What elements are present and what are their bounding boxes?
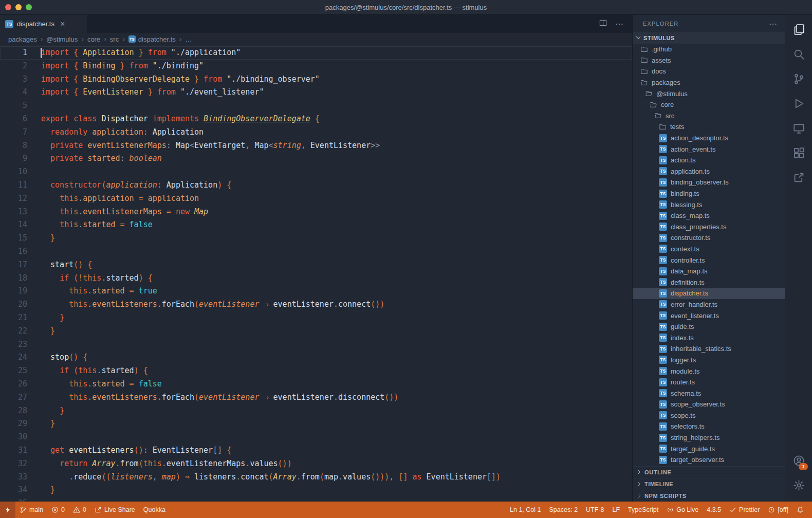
status-notifications[interactable] xyxy=(792,502,808,518)
tree-item-target_guide.ts[interactable]: TStarget_guide.ts xyxy=(633,443,785,454)
code-line[interactable]: 34 } xyxy=(0,484,632,497)
code-line[interactable]: 20 this.eventListeners.forEach(eventList… xyxy=(0,298,632,311)
tree-item-packages[interactable]: packages xyxy=(633,77,785,88)
code-line[interactable]: 15 } xyxy=(0,232,632,245)
tab-dispatcher-ts[interactable]: TS dispatcher.ts × xyxy=(0,15,88,33)
tree-item-controller.ts[interactable]: TScontroller.ts xyxy=(633,254,785,266)
status-quokka[interactable]: Quokka xyxy=(139,502,170,518)
status-live-share[interactable]: Live Share xyxy=(90,502,139,518)
code-line[interactable]: 32 return Array.from(this.eventListenerM… xyxy=(0,457,632,471)
code-line[interactable]: 6export class Dispatcher implements Bind… xyxy=(0,113,632,126)
status-eol[interactable]: LF xyxy=(608,502,624,518)
activity-source-control[interactable] xyxy=(785,67,812,92)
code-line[interactable]: 18 if (!this.started) { xyxy=(0,272,632,285)
code-line[interactable]: 26 this.started = false xyxy=(0,378,632,391)
breadcrumb-item[interactable]: TSdispatcher.ts xyxy=(128,35,176,43)
tree-item-data_map.ts[interactable]: TSdata_map.ts xyxy=(633,266,785,277)
code-line[interactable]: 31 get eventListeners(): EventListener[]… xyxy=(0,444,632,457)
tree-item-target_observer.ts[interactable]: TStarget_observer.ts xyxy=(633,454,785,466)
tree-item-assets[interactable]: assets xyxy=(633,55,785,66)
tree-item-action_descriptor.ts[interactable]: TSaction_descriptor.ts xyxy=(633,133,785,144)
code-line[interactable]: 27 this.eventListeners.forEach(eventList… xyxy=(0,391,632,404)
close-button[interactable] xyxy=(5,4,11,10)
tree-item-guide.ts[interactable]: TSguide.ts xyxy=(633,321,785,332)
tree-item-class_properties.ts[interactable]: TSclass_properties.ts xyxy=(633,221,785,233)
minimize-button[interactable] xyxy=(15,4,22,10)
tree-item-binding_observer.ts[interactable]: TSbinding_observer.ts xyxy=(633,177,785,188)
status-toggle[interactable]: [off] xyxy=(764,502,792,518)
more-actions-icon[interactable]: ⋯ xyxy=(615,19,624,29)
status-encoding[interactable]: UTF-8 xyxy=(582,502,608,518)
code-line[interactable]: 17 start() { xyxy=(0,258,632,272)
tree-item-router.ts[interactable]: TSrouter.ts xyxy=(633,377,785,388)
code-line[interactable]: 28 } xyxy=(0,404,632,418)
code-line[interactable]: 21 } xyxy=(0,311,632,325)
code-line[interactable]: 9 private started: boolean xyxy=(0,152,632,165)
status-cursor-position[interactable]: Ln 1, Col 1 xyxy=(506,502,545,518)
tree-item-index.ts[interactable]: TSindex.ts xyxy=(633,332,785,343)
code-line[interactable]: 11 constructor(application: Application)… xyxy=(0,179,632,192)
tree-item-scope_observer.ts[interactable]: TSscope_observer.ts xyxy=(633,399,785,410)
status-indentation[interactable]: Spaces: 2 xyxy=(545,502,582,518)
tree-item-module.ts[interactable]: TSmodule.ts xyxy=(633,365,785,377)
editor[interactable]: 1import { Application } from "./applicat… xyxy=(0,45,632,502)
activity-live-share[interactable] xyxy=(785,166,812,191)
tree-item-application.ts[interactable]: TSapplication.ts xyxy=(633,166,785,177)
tree-item-logger.ts[interactable]: TSlogger.ts xyxy=(633,355,785,366)
tree-item-action_event.ts[interactable]: TSaction_event.ts xyxy=(633,143,785,155)
tree-item-scope.ts[interactable]: TSscope.ts xyxy=(633,410,785,421)
code-line[interactable]: 5 xyxy=(0,99,632,113)
tree-item-selectors.ts[interactable]: TSselectors.ts xyxy=(633,421,785,432)
code-line[interactable]: 4import { EventListener } from "./event_… xyxy=(0,86,632,99)
tree-item-blessing.ts[interactable]: TSblessing.ts xyxy=(633,199,785,210)
tree-item-class_map.ts[interactable]: TSclass_map.ts xyxy=(633,210,785,221)
code-line[interactable]: 14 this.started = false xyxy=(0,218,632,232)
tree-item-string_helpers.ts[interactable]: TSstring_helpers.ts xyxy=(633,432,785,443)
code-line[interactable]: 22 } xyxy=(0,325,632,338)
activity-extensions[interactable] xyxy=(785,141,812,166)
breadcrumb-item[interactable]: @stimulus xyxy=(46,35,78,43)
activity-settings[interactable] xyxy=(785,474,812,498)
code-line[interactable]: 13 this.eventListenerMaps = new Map xyxy=(0,206,632,219)
status-remote-indicator[interactable] xyxy=(0,502,15,518)
code-line[interactable]: 3import { BindingObserverDelegate } from… xyxy=(0,73,632,86)
breadcrumb-item[interactable]: src xyxy=(110,35,119,43)
tree-item-schema.ts[interactable]: TSschema.ts xyxy=(633,387,785,399)
activity-explorer[interactable] xyxy=(785,18,812,43)
tree-item-definition.ts[interactable]: TSdefinition.ts xyxy=(633,276,785,288)
status-language-mode[interactable]: TypeScript xyxy=(624,502,662,518)
tree-item-dispatcher.ts[interactable]: TSdispatcher.ts xyxy=(633,288,785,299)
breadcrumb-item[interactable]: core xyxy=(87,35,100,43)
tree-item-@stimulus[interactable]: @stimulus xyxy=(633,88,785,99)
zoom-button[interactable] xyxy=(26,4,32,10)
code-line[interactable]: 29 } xyxy=(0,417,632,431)
code-line[interactable]: 25 if (this.started) { xyxy=(0,364,632,378)
code-line[interactable]: 33 .reduce((listeners, map) ⇒ listeners.… xyxy=(0,471,632,484)
breadcrumb-item[interactable]: … xyxy=(186,35,192,43)
activity-account[interactable]: 1 xyxy=(785,449,812,474)
breadcrumb-item[interactable]: packages xyxy=(8,35,37,43)
tree-item-inheritable_statics.ts[interactable]: TSinheritable_statics.ts xyxy=(633,343,785,355)
close-icon[interactable]: × xyxy=(60,20,65,28)
activity-search[interactable] xyxy=(785,43,812,67)
tree-item-constructor.ts[interactable]: TSconstructor.ts xyxy=(633,232,785,244)
tree-item-docs[interactable]: docs xyxy=(633,66,785,77)
code-line[interactable]: 19 this.started = true xyxy=(0,285,632,298)
tree-item-binding.ts[interactable]: TSbinding.ts xyxy=(633,188,785,199)
status-warnings[interactable]: 0 xyxy=(69,502,90,518)
split-editor-icon[interactable] xyxy=(599,19,607,29)
activity-run-debug[interactable] xyxy=(785,92,812,117)
tree-item-event_listener.ts[interactable]: TSevent_listener.ts xyxy=(633,310,785,321)
more-actions-icon[interactable]: ⋯ xyxy=(769,19,778,29)
status-prettier[interactable]: Prettier xyxy=(725,502,764,518)
tree-item-error_handler.ts[interactable]: TSerror_handler.ts xyxy=(633,299,785,310)
section-npm-scripts[interactable]: NPM SCRIPTS xyxy=(633,490,785,502)
tree-item-.github[interactable]: .github xyxy=(633,44,785,55)
tree-item-src[interactable]: src xyxy=(633,110,785,122)
code-line[interactable]: 10 xyxy=(0,165,632,179)
code-line[interactable]: 12 this.application = application xyxy=(0,192,632,206)
code-line[interactable]: 23 xyxy=(0,338,632,351)
code-line[interactable]: 24 stop() { xyxy=(0,351,632,364)
code-line[interactable]: 7 readonly application: Application xyxy=(0,126,632,139)
section-timeline[interactable]: TIMELINE xyxy=(633,478,785,490)
